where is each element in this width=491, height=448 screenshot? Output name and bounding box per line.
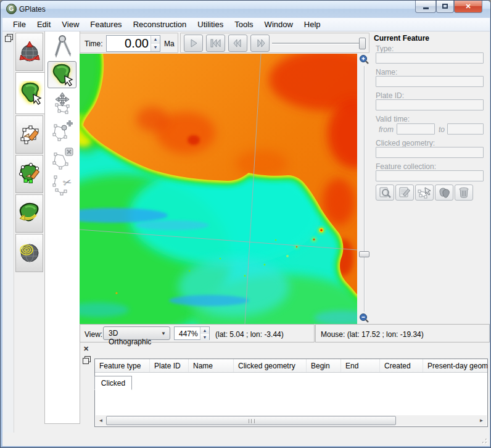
insert-vertex-icon: [49, 118, 75, 144]
zoom-percent-spinbox[interactable]: 447% ▲▼: [174, 326, 210, 340]
view-projection-dropdown[interactable]: ▼ 3D Orthographic: [103, 326, 170, 340]
play-icon: [189, 39, 198, 48]
workflow-tab-feature-inspection[interactable]: [15, 72, 45, 114]
minimize-icon: [423, 7, 429, 9]
menu-window[interactable]: Window: [259, 20, 299, 29]
edit-geometry-button[interactable]: [415, 185, 434, 201]
resize-grip-icon[interactable]: [480, 436, 488, 444]
plate-id-field[interactable]: [376, 99, 484, 110]
delete-feature-button[interactable]: [455, 185, 473, 201]
minimize-button[interactable]: [415, 1, 436, 13]
col-end[interactable]: End: [341, 359, 380, 372]
svg-text:✂: ✂: [61, 176, 73, 189]
workflow-tab-digitisation[interactable]: [15, 115, 43, 154]
scrollbar-thumb[interactable]: [106, 416, 396, 425]
table-horizontal-scrollbar[interactable]: ◄ ►: [96, 415, 487, 426]
menu-utilities[interactable]: Utilities: [192, 20, 229, 29]
zoom-spin-buttons[interactable]: ▲▼: [200, 327, 209, 339]
animation-toolbar: [180, 33, 369, 53]
title-bar[interactable]: G GPlates ✕: [1, 1, 491, 18]
zoom-out-icon[interactable]: [359, 313, 369, 323]
pole-manipulation-icon: [17, 201, 42, 226]
time-slider-track[interactable]: [272, 43, 361, 44]
bottom-dock-strip: ✕: [81, 342, 94, 433]
time-spinbox[interactable]: 0.00 ▲▼: [106, 35, 160, 52]
col-created[interactable]: Created: [380, 359, 423, 372]
tool-delete-vertex[interactable]: [47, 145, 76, 172]
camera-position-readout: (lat: 5.04 ; lon: -3.44): [215, 330, 284, 339]
workflow-tab-drag-globe[interactable]: [15, 33, 43, 71]
play-button[interactable]: [184, 35, 203, 52]
scroll-right-icon[interactable]: ►: [476, 415, 487, 426]
menu-bar: File Edit View Features Reconstruction U…: [2, 18, 490, 31]
client-area: ✂ Time: 0.00 ▲▼ Ma: [2, 31, 490, 433]
menu-reconstruction[interactable]: Reconstruction: [128, 20, 192, 29]
col-name[interactable]: Name: [189, 359, 234, 372]
spin-up-icon[interactable]: ▲: [200, 327, 209, 334]
spin-up-icon[interactable]: ▲: [151, 36, 160, 44]
current-feature-panel: Current Feature Type: Name: Plate ID: Va…: [371, 31, 490, 324]
zoom-slider-track[interactable]: [364, 66, 365, 312]
step-back-button[interactable]: [228, 35, 247, 52]
query-feature-button[interactable]: [376, 185, 394, 201]
split-feature-icon: ✂: [49, 173, 75, 199]
tool-click-geometry[interactable]: [47, 61, 76, 88]
type-field[interactable]: [376, 52, 484, 64]
menu-file[interactable]: File: [7, 20, 31, 29]
spin-down-icon[interactable]: ▼: [151, 44, 160, 52]
col-begin[interactable]: Begin: [307, 359, 341, 372]
step-forward-button[interactable]: [250, 35, 270, 52]
workflow-tab-pole-manipulation[interactable]: [15, 194, 43, 233]
float-panel-icon: [5, 34, 13, 42]
col-plate-id[interactable]: Plate ID: [150, 359, 189, 372]
menu-edit[interactable]: Edit: [31, 20, 56, 29]
current-feature-title: Current Feature: [374, 34, 429, 43]
menu-help[interactable]: Help: [299, 20, 326, 29]
tool-split-feature[interactable]: ✂: [47, 172, 76, 199]
to-label: to: [439, 125, 445, 134]
tab-clicked[interactable]: Clicked: [94, 376, 132, 390]
workflow-tab-topology[interactable]: [15, 155, 43, 193]
valid-time-label: Valid time:: [376, 115, 410, 123]
mouse-status-bar: Mouse: (lat: 17.52 ; lon: -19.34): [315, 324, 490, 342]
app-logo-icon: G: [6, 4, 17, 14]
float-panel-icon[interactable]: [83, 356, 91, 364]
menu-features[interactable]: Features: [85, 20, 127, 29]
workflow-tab-small-circle[interactable]: [15, 234, 43, 272]
menu-tools[interactable]: Tools: [229, 20, 258, 29]
col-present-day-geometry[interactable]: Present-day geometry (lat: [423, 359, 487, 372]
tool-measure-distance[interactable]: [47, 33, 76, 60]
tool-move-vertex[interactable]: [47, 89, 76, 117]
feature-collection-field[interactable]: [376, 170, 484, 181]
valid-time-to-field[interactable]: [447, 123, 484, 135]
globe-map-view[interactable]: [80, 54, 357, 324]
close-button[interactable]: ✕: [454, 1, 482, 13]
time-spin-buttons[interactable]: ▲▼: [151, 36, 160, 51]
scroll-left-icon[interactable]: ◄: [96, 415, 106, 426]
col-clicked-geometry[interactable]: Clicked geometry: [234, 359, 307, 372]
seek-start-button[interactable]: [206, 35, 225, 52]
zoom-in-icon[interactable]: [359, 54, 369, 65]
close-panel-button[interactable]: ✕: [83, 345, 89, 353]
delete-feature-icon: [458, 186, 470, 199]
edit-feature-button[interactable]: [395, 185, 414, 201]
move-vertex-icon: [49, 90, 75, 116]
time-value[interactable]: 0.00: [107, 36, 151, 51]
from-label: from: [379, 125, 394, 134]
name-field[interactable]: [376, 76, 484, 87]
float-panel-button[interactable]: [5, 34, 13, 42]
clicked-geometry-field[interactable]: [376, 147, 484, 158]
clone-feature-button[interactable]: [435, 185, 453, 201]
tool-insert-vertex[interactable]: [47, 118, 76, 145]
maximize-button[interactable]: [436, 1, 454, 13]
menu-view[interactable]: View: [56, 20, 85, 29]
step-back-icon: [233, 39, 244, 48]
time-slider-handle[interactable]: [359, 38, 366, 49]
zoom-slider-handle[interactable]: [359, 251, 369, 257]
small-circle-icon: [18, 241, 41, 265]
mouse-position-readout: Mouse: (lat: 17.52 ; lon: -19.34): [321, 330, 424, 339]
valid-time-from-field[interactable]: [397, 123, 435, 135]
col-feature-type[interactable]: Feature type: [95, 359, 150, 372]
topology-icon: [17, 162, 42, 186]
spin-down-icon[interactable]: ▼: [200, 334, 209, 341]
